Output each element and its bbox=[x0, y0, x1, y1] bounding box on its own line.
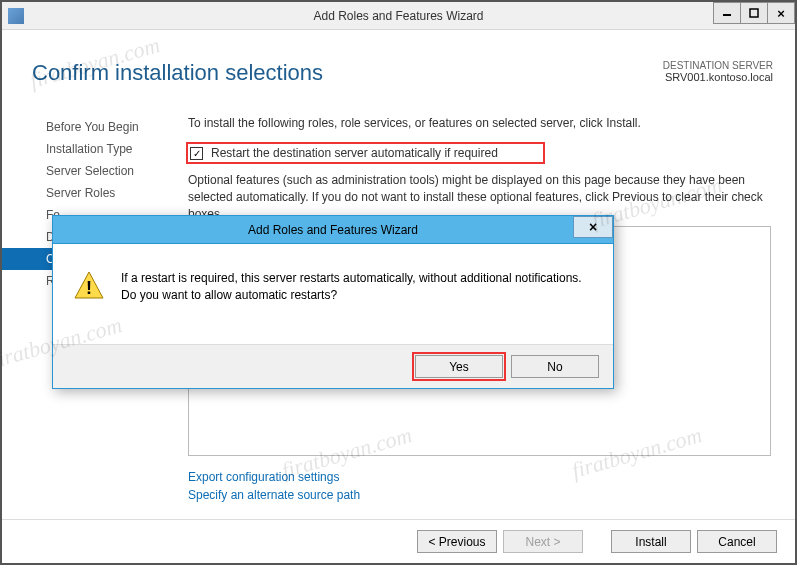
dialog-button-row: Yes No bbox=[53, 344, 613, 388]
previous-button[interactable]: < Previous bbox=[417, 530, 497, 553]
warning-icon: ! bbox=[73, 270, 105, 298]
window-title: Add Roles and Features Wizard bbox=[2, 9, 795, 23]
destination-server-name: SRV001.kontoso.local bbox=[663, 71, 773, 83]
yes-button[interactable]: Yes bbox=[415, 355, 503, 378]
alternate-source-link[interactable]: Specify an alternate source path bbox=[188, 486, 771, 504]
no-button[interactable]: No bbox=[511, 355, 599, 378]
install-button[interactable]: Install bbox=[611, 530, 691, 553]
maximize-button[interactable] bbox=[740, 2, 768, 24]
dialog-message: If a restart is required, this server re… bbox=[121, 270, 593, 304]
minimize-button[interactable] bbox=[713, 2, 741, 24]
restart-checkbox[interactable]: ✓ bbox=[190, 147, 203, 160]
destination-label: DESTINATION SERVER bbox=[663, 60, 773, 71]
window-controls: × bbox=[714, 2, 795, 24]
svg-rect-1 bbox=[750, 9, 758, 17]
cancel-button[interactable]: Cancel bbox=[697, 530, 777, 553]
step-before-you-begin[interactable]: Before You Begin bbox=[2, 116, 182, 138]
dialog-titlebar: Add Roles and Features Wizard × bbox=[53, 216, 613, 244]
close-button[interactable]: × bbox=[767, 2, 795, 24]
restart-confirmation-dialog: Add Roles and Features Wizard × ! If a r… bbox=[52, 215, 614, 389]
footer-buttons: < Previous Next > Install Cancel bbox=[2, 519, 795, 563]
restart-checkbox-row[interactable]: ✓ Restart the destination server automat… bbox=[188, 144, 543, 162]
link-area: Export configuration settings Specify an… bbox=[188, 468, 771, 504]
instruction-text: To install the following roles, role ser… bbox=[188, 116, 771, 130]
svg-text:!: ! bbox=[86, 278, 92, 298]
titlebar: Add Roles and Features Wizard × bbox=[2, 2, 795, 30]
next-button: Next > bbox=[503, 530, 583, 553]
page-title: Confirm installation selections bbox=[32, 60, 323, 86]
step-server-selection[interactable]: Server Selection bbox=[2, 160, 182, 182]
dialog-title: Add Roles and Features Wizard bbox=[53, 223, 613, 237]
export-config-link[interactable]: Export configuration settings bbox=[188, 468, 771, 486]
destination-server: DESTINATION SERVER SRV001.kontoso.local bbox=[663, 60, 773, 83]
restart-label: Restart the destination server automatic… bbox=[211, 146, 498, 160]
app-icon bbox=[8, 8, 24, 24]
dialog-close-button[interactable]: × bbox=[573, 216, 613, 238]
step-server-roles[interactable]: Server Roles bbox=[2, 182, 182, 204]
step-installation-type[interactable]: Installation Type bbox=[2, 138, 182, 160]
